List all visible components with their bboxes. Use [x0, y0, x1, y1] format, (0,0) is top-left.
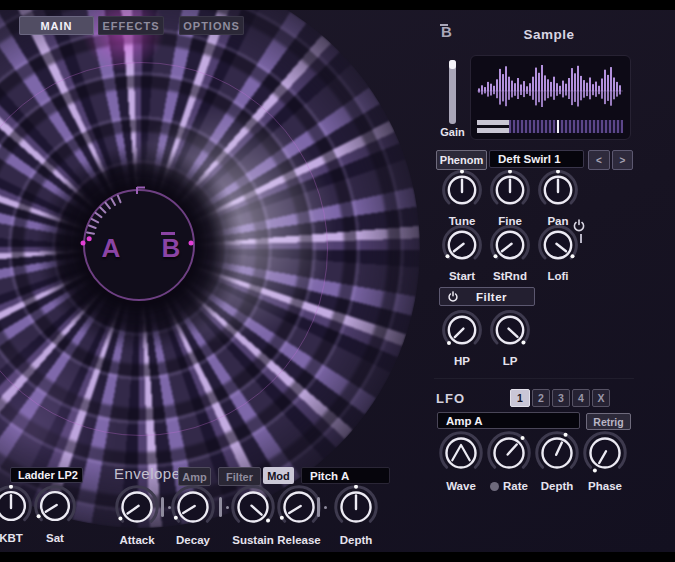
- lofi-power-icon[interactable]: [572, 219, 586, 233]
- tab-effects[interactable]: EFFECTS: [98, 16, 164, 35]
- tab-main[interactable]: MAIN: [19, 16, 94, 35]
- lfo-slot-x[interactable]: X: [592, 389, 610, 407]
- top-letterbox: [0, 0, 675, 10]
- lfo-slot-1[interactable]: 1: [510, 389, 530, 407]
- lfo-depth-label: Depth: [541, 480, 574, 492]
- tab-options[interactable]: OPTIONS: [179, 16, 244, 35]
- release-label: Release: [277, 534, 320, 546]
- preset-next-button[interactable]: >: [612, 150, 633, 170]
- loop-marker[interactable]: [557, 120, 559, 133]
- attack-knob[interactable]: Attack: [109, 485, 165, 546]
- sustain-label: Sustain: [232, 534, 274, 546]
- filter-title: Filter: [459, 291, 524, 303]
- env-depth-knob[interactable]: Depth: [328, 485, 384, 546]
- lfo-phase-knob[interactable]: Phase: [577, 431, 633, 492]
- preset-prev-button[interactable]: <: [588, 150, 610, 170]
- decay-label: Decay: [176, 534, 210, 546]
- morph-dial-ticks: [77, 183, 197, 303]
- lfo-slot-4[interactable]: 4: [572, 389, 590, 407]
- strnd-label: StRnd: [493, 270, 527, 282]
- phenom-logo: B: [441, 23, 452, 40]
- gain-slider[interactable]: [449, 60, 456, 124]
- lfo-rate-label: Rate: [503, 480, 528, 492]
- hp-label: HP: [454, 355, 470, 367]
- envelope-tab-mod[interactable]: Mod: [263, 467, 294, 484]
- lfo-retrig-button[interactable]: Retrig: [586, 413, 631, 430]
- lfo-divider: [434, 378, 634, 379]
- start-label: Start: [449, 270, 475, 282]
- bottom-letterbox: [0, 552, 675, 562]
- sat-label: Sat: [46, 532, 64, 544]
- lp-knob[interactable]: LP: [482, 310, 538, 367]
- envelope-tab-amp[interactable]: Amp: [178, 467, 211, 486]
- waveform-display[interactable]: [470, 55, 631, 140]
- filter-model-selector[interactable]: Ladder LP2: [10, 467, 83, 483]
- filter-header[interactable]: Filter: [439, 287, 535, 306]
- lfo-target-selector[interactable]: Amp A: [437, 412, 580, 429]
- lofi-power-connector: [580, 234, 582, 243]
- kbt-label: KBT: [0, 532, 23, 544]
- sat-knob[interactable]: Sat: [27, 485, 83, 544]
- lofi-label: Lofi: [547, 270, 568, 282]
- lfo-slot-3[interactable]: 3: [552, 389, 570, 407]
- attack-label: Attack: [119, 534, 154, 546]
- lfo-slot-2[interactable]: 2: [532, 389, 550, 407]
- lp-label: LP: [503, 355, 518, 367]
- main-panel: A B MAIN EFFECTS OPTIONS B Sample Gain P…: [0, 10, 675, 552]
- mod-divider: [219, 497, 229, 517]
- envelope-title: Envelope: [114, 465, 181, 482]
- sample-waveform: [477, 60, 623, 122]
- gain-label: Gain: [434, 126, 471, 138]
- plugin-window: A B MAIN EFFECTS OPTIONS B Sample Gain P…: [0, 0, 675, 562]
- env-depth-label: Depth: [340, 534, 373, 546]
- lfo-phase-label: Phase: [588, 480, 622, 492]
- filter-power-icon[interactable]: [447, 291, 459, 303]
- envelope-target-selector[interactable]: Pitch A: [301, 467, 390, 484]
- preset-selector[interactable]: Deft Swirl 1: [489, 150, 584, 168]
- loop-strip[interactable]: [477, 120, 623, 133]
- decay-knob[interactable]: Decay: [165, 485, 221, 546]
- lfo-title: LFO: [436, 391, 465, 406]
- library-button[interactable]: Phenom: [436, 150, 487, 170]
- mod-divider: [317, 497, 327, 517]
- lfo-wave-label: Wave: [446, 480, 476, 492]
- envelope-tab-filter[interactable]: Filter: [218, 467, 261, 486]
- sample-title: Sample: [470, 27, 628, 42]
- gain-slider-thumb[interactable]: [449, 60, 456, 69]
- loop-start-region[interactable]: [477, 120, 509, 133]
- lofi-knob[interactable]: Lofi: [530, 225, 586, 282]
- lfo-rate-led: [490, 482, 499, 491]
- mod-divider: [161, 497, 171, 517]
